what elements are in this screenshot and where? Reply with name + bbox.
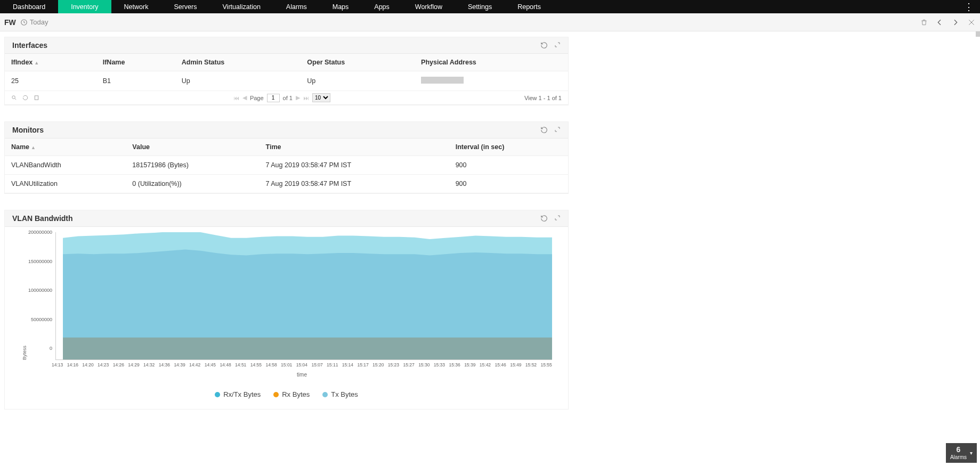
refresh-icon[interactable] (540, 42, 548, 49)
nav-item-alarms[interactable]: Alarms (273, 0, 320, 13)
interfaces-title: Interfaces (12, 41, 47, 50)
column-header[interactable]: Oper Status (301, 54, 415, 71)
expand-icon[interactable] (554, 215, 561, 222)
pager-page-label: Page (250, 95, 264, 101)
nav-item-apps[interactable]: Apps (361, 0, 402, 13)
time-range-selector[interactable]: Today (20, 18, 48, 26)
top-nav: DashboardInventoryNetworkServersVirtuali… (0, 0, 980, 13)
svg-rect-2 (35, 96, 38, 100)
expand-icon[interactable] (554, 42, 561, 49)
x-axis-label: time (21, 372, 552, 378)
nav-item-maps[interactable]: Maps (320, 0, 362, 13)
page-title: FW (4, 18, 16, 27)
scrollbar[interactable] (976, 31, 980, 37)
refresh-icon[interactable] (540, 215, 548, 222)
nav-item-workflow[interactable]: Workflow (402, 0, 455, 13)
nav-item-virtualization[interactable]: Virtualization (210, 0, 273, 13)
column-header[interactable]: Name▲ (5, 138, 126, 156)
alarms-count: 6 (950, 445, 967, 454)
x-axis-ticks: 14:1314:1614:2014:2314:2614:2914:3214:36… (21, 360, 552, 367)
more-menu-icon[interactable]: ⋮ (958, 0, 980, 13)
table-row[interactable]: VLANBandWidth181571986 (Bytes)7 Aug 2019… (5, 156, 568, 175)
column-header[interactable]: Time (260, 138, 449, 156)
nav-item-network[interactable]: Network (111, 0, 161, 13)
alarms-badge[interactable]: 6 Alarms ▾ (946, 443, 977, 463)
nav-item-reports[interactable]: Reports (505, 0, 554, 13)
physical-address-redacted (421, 77, 464, 84)
pager: ⏮ ◀ Page of 1 ▶ ⏭ 10 View 1 - 1 of 1 (5, 91, 568, 105)
legend-rx[interactable]: Rx Bytes (273, 390, 310, 398)
pager-size-select[interactable]: 10 (312, 93, 330, 102)
legend-rx-tx[interactable]: Rx/Tx Bytes (215, 390, 261, 398)
pager-last-icon[interactable]: ⏭ (303, 95, 309, 101)
pager-prev-icon[interactable]: ◀ (242, 94, 247, 101)
column-header[interactable]: Interval (in sec) (449, 138, 568, 156)
refresh-small-icon[interactable] (22, 95, 28, 101)
alarms-label: Alarms (950, 454, 967, 460)
pager-of-label: of 1 (283, 95, 293, 101)
next-icon[interactable] (951, 18, 960, 27)
nav-item-servers[interactable]: Servers (161, 0, 209, 13)
delete-icon[interactable] (920, 19, 928, 26)
legend-tx[interactable]: Tx Bytes (322, 390, 358, 398)
refresh-icon[interactable] (540, 126, 548, 134)
table-row[interactable]: VLANUtilization0 (Utilization(%))7 Aug 2… (5, 175, 568, 193)
time-range-label: Today (30, 18, 48, 26)
nav-item-inventory[interactable]: Inventory (58, 0, 111, 13)
top-nav-items: DashboardInventoryNetworkServersVirtuali… (0, 0, 554, 13)
y-axis-label: Bytess (21, 232, 28, 360)
monitors-table: Name▲ValueTimeInterval (in sec) VLANBand… (5, 138, 568, 193)
monitors-panel: Monitors Name▲ValueTimeInterval (in sec)… (4, 121, 569, 194)
previous-icon[interactable] (935, 18, 944, 27)
column-header[interactable]: Value (126, 138, 259, 156)
column-header[interactable]: IfIndex▲ (5, 54, 96, 71)
svg-point-1 (12, 96, 15, 99)
export-icon[interactable] (34, 95, 39, 101)
monitors-title: Monitors (12, 126, 44, 134)
column-header[interactable]: Physical Address (415, 54, 568, 71)
expand-icon[interactable] (554, 126, 561, 134)
nav-item-settings[interactable]: Settings (455, 0, 505, 13)
column-header[interactable]: IfName (96, 54, 175, 71)
nav-item-dashboard[interactable]: Dashboard (0, 0, 58, 13)
close-icon[interactable] (967, 18, 976, 27)
chevron-down-icon: ▾ (970, 450, 973, 456)
chart-plot[interactable] (55, 232, 552, 360)
vlan-bandwidth-panel: VLAN Bandwidth Bytess 200000000150000000… (4, 210, 569, 410)
chart-title: VLAN Bandwidth (12, 214, 73, 223)
pager-page-input[interactable] (267, 94, 280, 102)
pager-first-icon[interactable]: ⏮ (233, 95, 239, 101)
y-axis-ticks: 200000000150000000100000000500000000 (28, 232, 55, 348)
clock-icon (20, 19, 28, 26)
context-bar: FW Today (0, 13, 980, 31)
chart-legend: Rx/Tx Bytes Rx Bytes Tx Bytes (21, 390, 552, 398)
interfaces-panel: Interfaces IfIndex▲IfNameAdmin StatusOpe… (4, 37, 569, 105)
column-header[interactable]: Admin Status (175, 54, 301, 71)
pager-next-icon[interactable]: ▶ (296, 94, 300, 101)
pager-view-label: View 1 - 1 of 1 (524, 95, 562, 101)
interfaces-table: IfIndex▲IfNameAdmin StatusOper StatusPhy… (5, 54, 568, 91)
table-row[interactable]: 25B1UpUp (5, 71, 568, 91)
search-icon[interactable] (11, 95, 17, 101)
